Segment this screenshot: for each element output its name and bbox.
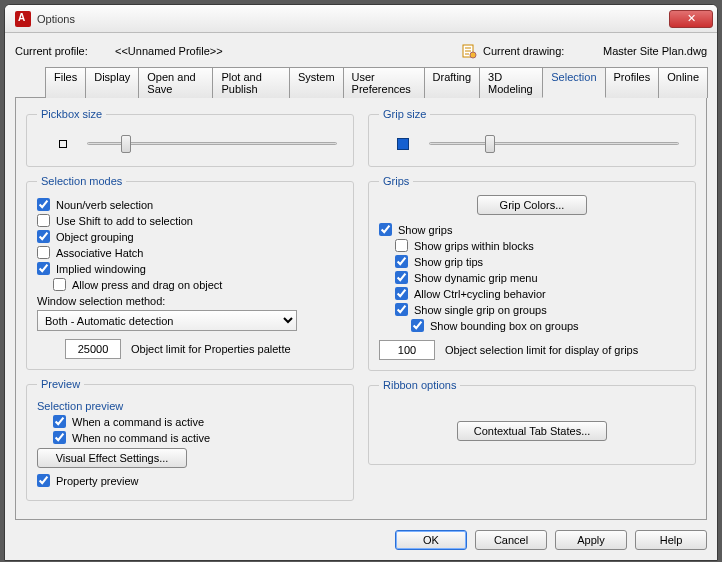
visual-effect-settings-button[interactable]: Visual Effect Settings... [37, 448, 187, 468]
implied-windowing-checkbox[interactable]: Implied windowing [37, 262, 343, 275]
object-grouping-checkbox[interactable]: Object grouping [37, 230, 343, 243]
svg-point-1 [470, 52, 476, 58]
selection-modes-group: Selection modes Noun/verb selection Use … [26, 175, 354, 370]
cancel-button[interactable]: Cancel [475, 530, 547, 550]
pickbox-legend: Pickbox size [37, 108, 106, 120]
apply-button[interactable]: Apply [555, 530, 627, 550]
preview-legend: Preview [37, 378, 84, 390]
tab-online[interactable]: Online [658, 67, 708, 98]
when-no-command-checkbox[interactable]: When no command is active [53, 431, 343, 444]
tab-3d-modeling[interactable]: 3D Modeling [479, 67, 543, 98]
grip-size-legend: Grip size [379, 108, 430, 120]
allow-press-drag-checkbox[interactable]: Allow press and drag on object [53, 278, 343, 291]
grip-size-group: Grip size [368, 108, 696, 167]
show-grip-tips-checkbox[interactable]: Show grip tips [395, 255, 685, 268]
pickbox-preview [59, 140, 67, 148]
tab-panel: Pickbox size Selection modes Noun/verb s… [15, 97, 707, 520]
grips-legend: Grips [379, 175, 413, 187]
ok-button[interactable]: OK [395, 530, 467, 550]
tab-strip: Files Display Open and Save Plot and Pub… [45, 67, 707, 98]
show-dynamic-grip-menu-checkbox[interactable]: Show dynamic grip menu [395, 271, 685, 284]
current-profile-label: Current profile: [15, 45, 115, 57]
use-shift-checkbox[interactable]: Use Shift to add to selection [37, 214, 343, 227]
tab-user-preferences[interactable]: User Preferences [343, 67, 425, 98]
tab-plot-and-publish[interactable]: Plot and Publish [212, 67, 289, 98]
ribbon-options-legend: Ribbon options [379, 379, 460, 391]
pickbox-slider[interactable] [87, 134, 337, 154]
assoc-hatch-checkbox[interactable]: Associative Hatch [37, 246, 343, 259]
show-single-grip-groups-checkbox[interactable]: Show single grip on groups [395, 303, 685, 316]
grips-group: Grips Grip Colors... Show grips Show gri… [368, 175, 696, 371]
dialog-footer: OK Cancel Apply Help [15, 530, 707, 550]
close-button[interactable]: ✕ [669, 10, 713, 28]
object-limit-input[interactable]: 25000 [65, 339, 121, 359]
titlebar[interactable]: Options ✕ [5, 5, 717, 33]
allow-ctrl-cycling-checkbox[interactable]: Allow Ctrl+cycling behavior [395, 287, 685, 300]
current-drawing-label: Current drawing: [483, 45, 603, 57]
app-icon [15, 11, 31, 27]
grip-colors-button[interactable]: Grip Colors... [477, 195, 587, 215]
pickbox-size-group: Pickbox size [26, 108, 354, 167]
selection-preview-label: Selection preview [37, 400, 343, 412]
preview-group: Preview Selection preview When a command… [26, 378, 354, 501]
property-preview-checkbox[interactable]: Property preview [37, 474, 343, 487]
drawing-icon [461, 43, 477, 59]
show-grips-checkbox[interactable]: Show grips [379, 223, 685, 236]
tab-drafting[interactable]: Drafting [424, 67, 481, 98]
grip-object-limit-label: Object selection limit for display of gr… [445, 344, 638, 356]
noun-verb-checkbox[interactable]: Noun/verb selection [37, 198, 343, 211]
window-title: Options [37, 13, 669, 25]
show-grips-within-blocks-checkbox[interactable]: Show grips within blocks [395, 239, 685, 252]
show-bounding-box-checkbox[interactable]: Show bounding box on groups [411, 319, 685, 332]
grip-preview [397, 138, 409, 150]
contextual-tab-states-button[interactable]: Contextual Tab States... [457, 421, 607, 441]
selection-modes-legend: Selection modes [37, 175, 126, 187]
tab-open-and-save[interactable]: Open and Save [138, 67, 213, 98]
tab-profiles[interactable]: Profiles [605, 67, 660, 98]
tab-display[interactable]: Display [85, 67, 139, 98]
current-drawing-value: Master Site Plan.dwg [603, 45, 707, 57]
tab-files[interactable]: Files [45, 67, 86, 98]
window-selection-method-label: Window selection method: [37, 295, 343, 307]
tab-system[interactable]: System [289, 67, 344, 98]
when-command-active-checkbox[interactable]: When a command is active [53, 415, 343, 428]
tab-selection[interactable]: Selection [542, 67, 605, 98]
window-selection-method-select[interactable]: Both - Automatic detection [37, 310, 297, 331]
help-button[interactable]: Help [635, 530, 707, 550]
object-limit-label: Object limit for Properties palette [131, 343, 291, 355]
current-profile-value: <<Unnamed Profile>> [115, 45, 461, 57]
ribbon-options-group: Ribbon options Contextual Tab States... [368, 379, 696, 465]
options-dialog: Options ✕ Current profile: <<Unnamed Pro… [4, 4, 718, 561]
grip-object-limit-input[interactable]: 100 [379, 340, 435, 360]
grip-size-slider[interactable] [429, 134, 679, 154]
